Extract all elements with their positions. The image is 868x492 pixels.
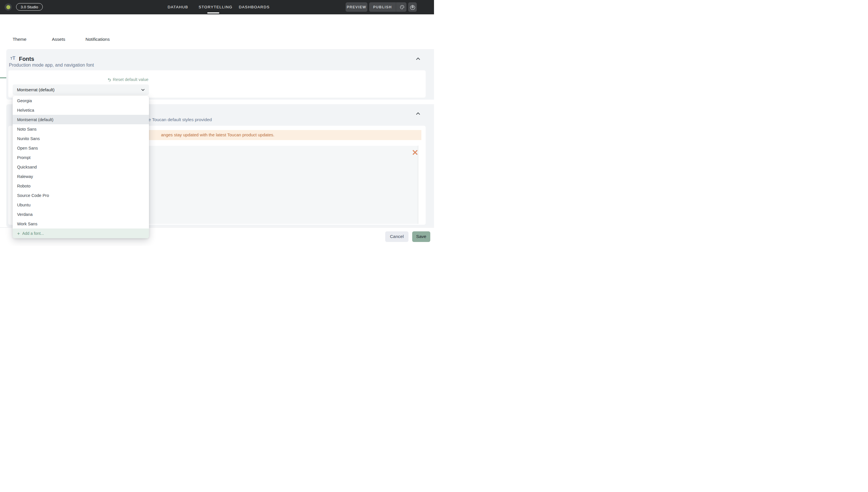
font-dropdown-menu: Georgia Helvetica Montserrat (default) N… <box>13 96 149 238</box>
font-option-label: Raleway <box>17 174 33 179</box>
nav-item-datahub[interactable]: DATAHUB <box>168 5 188 9</box>
collapse-fonts-button[interactable] <box>416 56 420 62</box>
font-option[interactable]: Open Sans <box>13 143 149 153</box>
tab-theme[interactable]: Theme <box>0 31 39 47</box>
font-option[interactable]: Source Code Pro <box>13 191 149 200</box>
orange-x-icon <box>412 150 418 155</box>
font-option[interactable]: Noto Sans <box>13 124 149 134</box>
app-version-badge[interactable]: 3.0 Studio <box>16 3 43 10</box>
font-option-label: Prompt <box>17 155 31 160</box>
status-indicator <box>5 3 12 10</box>
customization-screen: 3.0 Studio DATAHUB STORYTELLING DASHBOAR… <box>0 0 434 246</box>
font-option[interactable]: Georgia <box>13 96 149 105</box>
fonts-section-subtitle: Production mode app, and navigation font <box>9 63 94 68</box>
font-option-label: Source Code Pro <box>17 193 49 198</box>
font-option[interactable]: Montserrat (default) <box>13 115 149 124</box>
chevron-down-icon <box>141 89 145 91</box>
font-option-label: Ubuntu <box>17 203 31 207</box>
font-option-label: Roboto <box>17 184 31 188</box>
undo-icon <box>107 78 111 81</box>
font-option[interactable]: Prompt <box>13 153 149 162</box>
plus-icon: + <box>17 231 20 236</box>
font-option-label: Open Sans <box>17 146 38 150</box>
styles-section-subtitle: e Toucan default styles provided <box>148 117 212 122</box>
reset-default-label: Reset default value <box>113 77 148 82</box>
nav-item-dashboards[interactable]: DASHBOARDS <box>239 5 270 9</box>
top-navbar: 3.0 Studio DATAHUB STORYTELLING DASHBOAR… <box>0 0 434 14</box>
font-option[interactable]: Helvetica <box>13 105 149 115</box>
tab-assets[interactable]: Assets <box>39 31 78 47</box>
fonts-section-title: Fonts <box>19 56 34 62</box>
publish-button[interactable]: PUBLISH <box>369 2 396 12</box>
font-option-label: Verdana <box>17 212 33 217</box>
font-option-label: Nunito Sans <box>17 137 40 141</box>
fonts-icon: TT <box>10 55 16 61</box>
customization-tabbar: Theme Assets Notifications <box>0 31 434 47</box>
save-button[interactable]: Save <box>412 231 430 242</box>
chevron-up-icon <box>416 112 420 115</box>
font-option[interactable]: Ubuntu <box>13 200 149 210</box>
font-option-label: Montserrat (default) <box>17 117 54 122</box>
chevron-up-icon <box>416 57 420 60</box>
status-dot-icon <box>6 5 10 9</box>
preview-button[interactable]: PREVIEW <box>346 2 367 12</box>
update-warning-text: anges stay updated with the latest Touca… <box>161 132 274 137</box>
font-option[interactable]: Roboto <box>13 181 149 191</box>
font-option-label: Work Sans <box>17 222 38 226</box>
font-select-value: Montserrat (default) <box>17 87 141 92</box>
palette-icon <box>400 5 405 10</box>
font-option-label: Georgia <box>17 98 32 103</box>
editor-right-divider <box>418 146 418 224</box>
cancel-button[interactable]: Cancel <box>385 231 408 242</box>
font-option-label: Noto Sans <box>17 127 37 131</box>
font-option[interactable]: Verdana <box>13 210 149 219</box>
theme-palette-button[interactable] <box>398 2 406 12</box>
font-option[interactable]: Quicksand <box>13 162 149 172</box>
collapse-styles-button[interactable] <box>416 111 420 116</box>
remove-style-button[interactable] <box>412 150 418 156</box>
gear-icon <box>410 4 415 10</box>
modal-header: Customization <box>0 14 434 31</box>
font-option-label: Helvetica <box>17 108 34 113</box>
tab-notifications[interactable]: Notifications <box>78 31 117 47</box>
font-option[interactable]: Nunito Sans <box>13 134 149 143</box>
add-font-label: Add a font... <box>22 231 44 236</box>
reset-default-link[interactable]: Reset default value <box>107 77 148 82</box>
settings-button[interactable] <box>408 2 417 12</box>
nav-item-storytelling[interactable]: STORYTELLING <box>199 5 232 9</box>
active-nav-underline <box>207 13 219 14</box>
font-option[interactable]: Raleway <box>13 172 149 181</box>
font-option[interactable]: Work Sans <box>13 219 149 228</box>
font-select[interactable]: Montserrat (default) <box>13 84 149 95</box>
add-font-option[interactable]: + Add a font... <box>13 228 149 238</box>
font-option-label: Quicksand <box>17 165 37 169</box>
